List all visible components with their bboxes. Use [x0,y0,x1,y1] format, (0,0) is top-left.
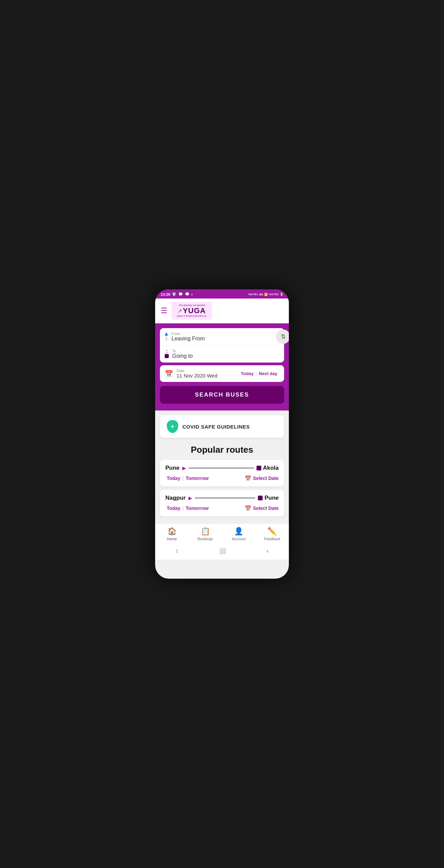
to-label: To [172,349,279,353]
popular-routes-title: Popular routes [160,445,284,455]
home-icon: 🏠 [167,527,177,536]
swap-button[interactable]: ⇅ [276,329,289,344]
to-icon [165,350,169,358]
nav-item-account[interactable]: 👤 Account [229,527,249,541]
phone-frame: 13:29 🛡️ 💬 💭 • VoLTE1 4G 📶 VoLTE2 🔋 ☰ Yo… [155,289,289,579]
date-card[interactable]: 📅 Date 11 Nov 2020 Wed Today | Next day [160,365,284,382]
route-actions-2: Today | Tomorrow 📅 Select Date [165,505,279,512]
chat-icon: 💭 [185,292,190,296]
bookings-icon: 📋 [201,527,210,536]
route-line-1 [189,468,254,468]
whatsapp-icon: 💬 [178,292,183,296]
to-value: Going to [172,353,279,359]
shield-icon: 🛡️ [172,292,177,296]
home-button[interactable]: ⬜ [212,546,233,556]
route-from-city-1: Pune [165,465,180,471]
today-button[interactable]: Today [239,370,256,377]
bottom-navigation: 🏠 Home 📋 Bookings 👤 Account ✏️ Feedback [155,523,289,544]
date-text-group: Date 11 Nov 2020 Wed [177,369,239,379]
battery-icon: 🔋 [280,293,283,296]
nav-item-bookings[interactable]: 📋 Bookings [195,527,215,541]
route-select-date-1[interactable]: 📅 Select Date [245,475,279,482]
logo-text: YUGA [183,306,206,315]
covid-banner[interactable]: + COVID SAFE GUIDELINES [160,415,284,438]
phone-screen: 13:29 🛡️ 💬 💭 • VoLTE1 4G 📶 VoLTE2 🔋 ☰ Yo… [155,289,289,579]
covid-shield-icon: + [167,420,178,433]
route-select-date-label-1: Select Date [253,476,279,481]
date-label: Date [177,369,239,373]
next-day-button[interactable]: Next day [257,370,279,377]
signal-icon: 📶 [264,293,268,296]
account-icon: 👤 [234,527,243,536]
route-tomorrow-btn-1[interactable]: Tomorrow [184,475,210,482]
logo-main: ↗ YUGA [178,306,206,315]
calendar-icon: 📅 [165,370,173,378]
route-date-divider-2: | [182,505,184,511]
to-text-group: To Going to [172,349,279,359]
from-label: From [171,332,279,336]
route-from-city-2: Nagpur [165,495,186,501]
back-button[interactable]: ‹ [260,547,275,556]
account-label: Account [232,537,246,541]
from-value: Leaving From [171,336,279,342]
home-label: Home [167,537,177,541]
nav-item-feedback[interactable]: ✏️ Feedback [262,527,282,541]
route-date-btns-2: Today | Tomorrow [165,505,210,512]
route-calendar-icon-2: 📅 [245,505,251,512]
app-header: ☰ Your journey, our passion ↗ YUGA HDCTR… [155,299,289,323]
4g-label: 4G [259,293,263,296]
from-dots [166,337,167,340]
route-arrow-icon-2: ▶ [188,495,192,501]
status-bar: 13:29 🛡️ 💬 💭 • VoLTE1 4G 📶 VoLTE2 🔋 [155,289,289,299]
date-value: 11 Nov 2020 Wed [177,373,239,379]
route-tomorrow-btn-2[interactable]: Tomorrow [184,505,210,512]
feedback-icon: ✏️ [267,527,277,536]
to-dot-square [165,354,169,358]
hamburger-menu-icon[interactable]: ☰ [161,306,167,315]
route-line-2 [195,498,256,498]
route-calendar-icon-1: 📅 [245,475,251,482]
system-navigation: ⫶ ⬜ ‹ [155,544,289,560]
search-section: From Leaving From ⇅ To Going to [155,323,289,411]
route-select-date-label-2: Select Date [253,505,279,511]
volte1-label: VoLTE1 [248,293,258,296]
route-row-2: Nagpur ▶ Pune [165,495,279,501]
route-row-1: Pune ▶ Akola [165,465,279,471]
route-to-city-1: Akola [263,465,279,471]
covid-text: COVID SAFE GUIDELINES [182,424,250,430]
nav-item-home[interactable]: 🏠 Home [162,527,182,541]
popular-routes-section: Popular routes Pune ▶ Akola Today | [155,438,289,523]
dot-indicator: • [191,292,193,296]
from-icon [165,332,168,341]
status-left: 13:29 🛡️ 💬 💭 • [161,292,193,296]
logo-tagline: Your journey, our passion [178,304,205,306]
route-to-square-1 [257,466,261,470]
route-to-box-2: Pune [258,495,279,501]
route-date-divider-1: | [182,476,184,481]
route-select-date-2[interactable]: 📅 Select Date [245,505,279,512]
volte2-label: VoLTE2 [269,293,279,296]
from-card[interactable]: From Leaving From ⇅ [160,328,284,345]
from-text-group: From Leaving From [171,332,279,342]
route-today-btn-1[interactable]: Today [165,475,182,482]
status-right: VoLTE1 4G 📶 VoLTE2 🔋 [248,293,283,296]
route-card-nagpur-pune[interactable]: Nagpur ▶ Pune Today | Tomorrow 📅 [160,490,284,516]
recent-apps-button[interactable]: ⫶ [169,547,185,556]
logo-icon: ↗ [178,308,182,314]
route-date-btns-1: Today | Tomorrow [165,475,210,482]
to-card[interactable]: To Going to [160,345,284,363]
route-to-box-1: Akola [257,465,279,471]
route-today-btn-2[interactable]: Today [165,505,182,512]
route-arrow-icon-1: ▶ [182,465,186,471]
date-buttons: Today | Next day [239,370,279,377]
route-to-square-2 [258,496,263,500]
from-dot-blue [165,332,168,336]
route-card-pune-akola[interactable]: Pune ▶ Akola Today | Tomorrow 📅 [160,460,284,486]
route-to-city-2: Pune [264,495,279,501]
search-buses-button[interactable]: SEARCH BUSES [160,386,284,404]
time-display: 13:29 [161,292,170,296]
logo-subtitle: HDCTRANSWORLD [177,315,207,318]
logo-container: Your journey, our passion ↗ YUGA HDCTRAN… [171,302,212,320]
route-actions-1: Today | Tomorrow 📅 Select Date [165,475,279,482]
feedback-label: Feedback [264,537,280,541]
